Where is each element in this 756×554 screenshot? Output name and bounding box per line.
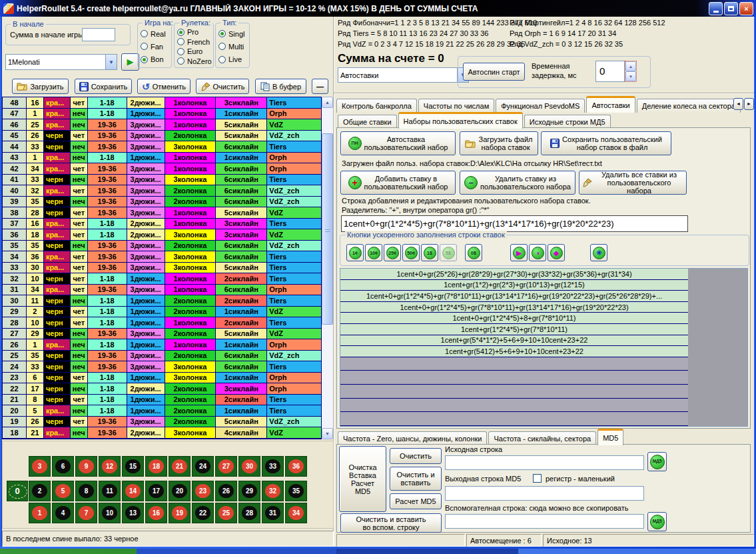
mode-combo[interactable]: Автоставки ▼ <box>338 67 469 83</box>
scrollbar-thumb[interactable] <box>322 133 333 325</box>
table-row[interactable]: 292чернчет1-181дюжи...2колонка1сиклайнVd… <box>3 307 322 318</box>
board-number[interactable]: 30 <box>238 456 260 477</box>
bottom-tab-2[interactable]: MD5 <box>597 429 623 445</box>
radio-option-multi[interactable]: Multi <box>218 41 249 51</box>
md5-clear-button[interactable]: Очистить <box>390 448 442 464</box>
radio-option-live[interactable]: Live <box>218 55 249 65</box>
board-number[interactable]: 11 <box>99 481 121 501</box>
table-row[interactable]: 3330кра...чет19-363дюжи...3колонка5сикла… <box>3 263 322 274</box>
board-number[interactable]: 10 <box>99 503 121 523</box>
scroll-down-icon[interactable]: ▼ <box>322 428 333 439</box>
table-row[interactable]: 205кра...неч1-181дюжи...2колонка1сиклайн… <box>3 405 322 417</box>
board-number[interactable]: 24 <box>192 456 214 477</box>
table-row[interactable]: 471кра...неч1-181дюжи...1колонка1сиклайн… <box>3 109 322 120</box>
history-table[interactable]: 4816кра...чет1-182дюжи...1колонка3сиклай… <box>2 97 322 439</box>
board-number[interactable]: 7 <box>75 503 97 523</box>
board-number[interactable]: 28 <box>238 503 260 523</box>
board-number[interactable]: 33 <box>262 456 284 477</box>
sub-tab-2[interactable]: Исходные строки МД5 <box>524 115 611 129</box>
start-sum-input[interactable] <box>82 28 115 41</box>
arc-icon-button[interactable]: ◑ <box>529 244 546 261</box>
spinner-down-icon[interactable]: ▼ <box>625 71 636 81</box>
list-item[interactable]: 1cent+0+gr(1*2*4*5)+gr(7*8*10*11)+gr(13*… <box>340 302 688 313</box>
table-row[interactable]: 4433черннеч19-363дюжи...3колонка6сиклайн… <box>3 141 322 153</box>
list-item[interactable]: 1cent+gr(5412)+5+6+9+10+10cent+23+22 <box>340 346 688 357</box>
main-tab-1[interactable]: Частоты по числам <box>418 99 494 113</box>
table-row[interactable]: 2729черннеч19-363дюжи...2колонка5сиклайн… <box>3 329 322 340</box>
undo-button[interactable]: ↺Отменить <box>137 79 190 94</box>
maximize-button[interactable] <box>724 2 738 15</box>
md5-clear-paste-button[interactable]: Очистить и вставить <box>390 467 442 491</box>
table-row[interactable]: 2433черннеч19-363дюжи...3колонка6сиклайн… <box>3 361 322 373</box>
list-item[interactable]: 1cent+gr(1*2*4*5)+gr(7*8*10*11) <box>340 324 688 335</box>
coin-50cent-button[interactable]: 50¢ <box>402 244 420 261</box>
table-row[interactable]: 4234кра...чет19-363дюжи...1колонка6сикла… <box>3 163 322 175</box>
list-item-empty[interactable] <box>340 371 688 385</box>
board-number[interactable]: 12 <box>99 456 121 477</box>
list-item[interactable]: 1cent+gr(5*4*1*2)+5+6+9+10+10cent+23+22 <box>340 335 688 347</box>
main-tab-4[interactable]: Деление колеса на сектора <box>637 99 741 113</box>
board-number[interactable]: 20 <box>169 481 190 501</box>
table-row[interactable]: 4816кра...чет1-182дюжи...1колонка3сиклай… <box>3 97 322 109</box>
list-item-empty[interactable] <box>340 357 688 371</box>
table-row[interactable]: 2535черннеч19-363дюжи...2колонка6сиклайн… <box>3 351 322 362</box>
main-tab-0[interactable]: Контроль банкролла <box>336 99 417 113</box>
radio-option-euro[interactable]: Euro <box>177 47 213 57</box>
load-button[interactable]: Загрузить <box>12 79 69 94</box>
sub-tab-1[interactable]: Наборы пользовательских ставок <box>398 112 523 129</box>
load-bet-file-button[interactable]: Загрузить файл набора ставок <box>460 131 538 155</box>
start-button[interactable] <box>0 549 137 554</box>
preset-combo[interactable]: 1Melonati ▼ <box>5 54 117 70</box>
board-number[interactable]: 31 <box>262 503 284 523</box>
title-bar[interactable]: 7 HelperRoullet 5.4- create helperroulle… <box>0 0 756 17</box>
board-number[interactable]: 4 <box>52 503 74 523</box>
snowflake-icon-button[interactable]: ✳ <box>590 244 607 261</box>
pointer-icon-button[interactable]: ◆ <box>548 244 565 261</box>
board-number[interactable]: 23 <box>192 481 214 501</box>
board-number[interactable]: 15 <box>122 456 144 477</box>
board-number[interactable]: 34 <box>285 503 307 523</box>
table-row[interactable]: 4133черннеч19-363дюжи...3колонка6сиклайн… <box>3 175 322 186</box>
table-row[interactable]: 3716кра...чет1-182дюжи...1колонка3сиклай… <box>3 219 322 230</box>
table-row[interactable]: 4032кра...чет19-363дюжи...2колонка6сикла… <box>3 185 322 197</box>
board-number[interactable]: 26 <box>215 481 237 501</box>
history-table-scrollbar[interactable]: ▲ ▼ <box>322 97 333 439</box>
collapse-button[interactable]: — <box>312 79 328 94</box>
coin-10cent-button[interactable]: 10¢ <box>365 244 382 261</box>
board-number[interactable]: 2 <box>29 481 51 501</box>
board-zero[interactable]: 0 <box>7 481 28 501</box>
list-item[interactable]: 1cent+0+gr(1*2*4*5)+gr(7*8*10*11)+gr(13*… <box>340 291 688 302</box>
table-row[interactable]: 2810чернчет1-181дюжи...1колонка2сиклайнT… <box>3 317 322 329</box>
table-row[interactable]: 431кра...неч1-181дюжи...1колонка1сиклайн… <box>3 153 322 164</box>
table-row[interactable]: 3935черннеч19-363дюжи...2колонка6сиклайн… <box>3 197 322 208</box>
table-row[interactable]: 3436кра...чет19-363дюжи...3колонка6сикла… <box>3 251 322 263</box>
table-row[interactable]: 1926чернчет19-363дюжи...2колонка5сиклайн… <box>3 417 322 428</box>
md5-clear-paste-aux-button[interactable]: Очистить и вставить во вспом. строку <box>340 513 442 533</box>
table-row[interactable]: 1821кра...неч19-362дюжи...3колонка4сикла… <box>3 427 322 439</box>
board-number[interactable]: 3 <box>29 456 51 477</box>
clear-button[interactable]: Очистить <box>196 79 249 94</box>
table-row[interactable]: 4526чернчет19-363дюжи...2колонка5сиклайн… <box>3 131 322 142</box>
radio-option-nozero[interactable]: NoZero <box>177 57 213 67</box>
lowercase-checkbox[interactable] <box>533 474 542 483</box>
board-number[interactable]: 13 <box>122 503 144 523</box>
md5-clear-paste-calc-button[interactable]: Очистка Вставка Расчет MD5 <box>339 446 386 512</box>
bet-set-list[interactable]: 1cent+0+gr(25*26)+gr(28*29)+gr(27*30)+gr… <box>340 268 748 427</box>
spinner-up-icon[interactable]: ▲ <box>625 61 636 71</box>
board-number[interactable]: 5 <box>52 481 74 501</box>
delay-spinner-value[interactable]: 0 <box>595 61 625 82</box>
minimize-button[interactable] <box>709 2 723 15</box>
md5-calc-icon-button-2[interactable]: МД5 <box>647 512 667 531</box>
scroll-up-icon[interactable]: ▲ <box>322 97 333 108</box>
radio-option-fan[interactable]: Fan <box>141 41 171 51</box>
coin-1cent-button[interactable]: 1¢ <box>346 244 364 261</box>
radio-option-bon[interactable]: Bon <box>141 55 171 65</box>
radio-option-real[interactable]: Real <box>141 29 171 39</box>
md5-calc-button[interactable]: Расчет MD5 <box>390 493 442 509</box>
md5-source-input[interactable] <box>445 455 644 470</box>
coin-0dollar-button[interactable]: 0$ <box>465 244 482 261</box>
copy-to-clipboard-button[interactable]: В буфер <box>255 79 306 94</box>
play-icon-button[interactable]: ▶ <box>510 244 528 261</box>
radio-option-singl[interactable]: Singl <box>218 29 249 39</box>
table-row[interactable]: 3618кра...чет1-182дюжи...3колонка3сиклай… <box>3 229 322 241</box>
